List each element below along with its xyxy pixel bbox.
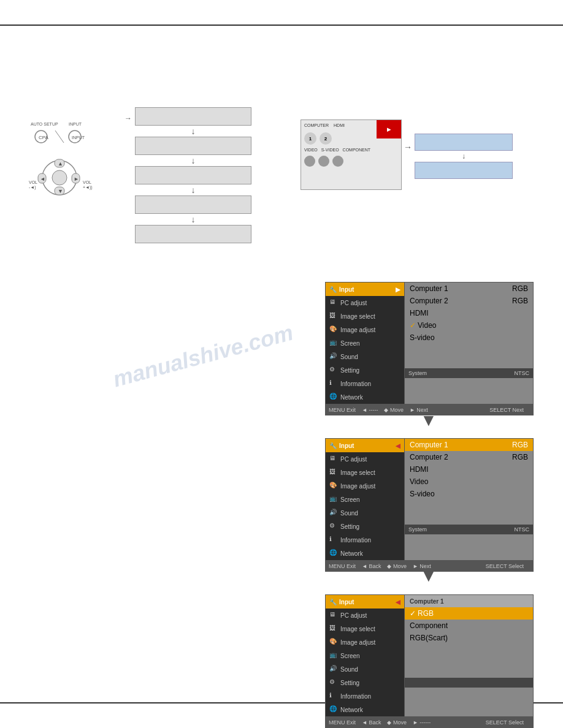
pc-icon: 🖥 <box>329 298 338 307</box>
image-select-icon-2: 🖼 <box>329 468 338 477</box>
menu3-item-sound[interactable]: 🔊 Sound <box>326 662 404 676</box>
menu3-header: 🔧 Input ◀ <box>326 595 404 609</box>
svg-text:INPUT: INPUT <box>69 122 82 126</box>
svg-text:-◄): -◄) <box>29 185 36 190</box>
flow-diagram: → ↓ ↓ ↓ ↓ <box>135 107 251 243</box>
menu1-item-sound[interactable]: 🔊 Sound <box>326 350 404 363</box>
menu1-item-setting[interactable]: ⚙ Setting <box>326 363 404 377</box>
menu3-item-network[interactable]: 🌐 Network <box>326 703 404 716</box>
sound-icon: 🔊 <box>329 352 338 361</box>
menu1-right-computer2: Computer 2RGB <box>405 295 533 307</box>
flow-box-1: → <box>135 107 251 126</box>
setting-icon-3: ⚙ <box>329 678 338 687</box>
flow-arrow-3: ↓ <box>135 184 251 195</box>
menu2-system-line: System NTSC <box>405 525 533 534</box>
arrow-to-connector: → <box>404 142 412 152</box>
flow-arrow-2: ↓ <box>135 155 251 166</box>
menu1-right-video: ✓ Video <box>405 319 533 332</box>
network-icon: 🌐 <box>329 393 338 401</box>
svg-line-6 <box>55 131 64 143</box>
menu-panel-1: 🔧 Input ▶ 🖥 PC adjust 🖼 Image select 🎨 I… <box>325 282 534 415</box>
svg-text:AUTO SETUP: AUTO SETUP <box>31 122 58 126</box>
svg-point-8 <box>52 170 67 185</box>
menu1-system-line: System NTSC <box>405 368 533 378</box>
info-icon-3: ℹ <box>329 692 338 700</box>
menu1-header: 🔧 Input ▶ <box>326 282 404 296</box>
flow-arrow-4: ↓ <box>135 214 251 225</box>
menu3-item-information[interactable]: ℹ Information <box>326 689 404 703</box>
menu2-header: 🔧 Input ◀ <box>326 439 404 452</box>
connector-area: ↓ <box>415 134 513 179</box>
menu2-item-information[interactable]: ℹ Information <box>326 533 404 547</box>
menu2-item-network[interactable]: 🌐 Network <box>326 547 404 560</box>
menu1-right-svideo: S-video <box>405 332 533 344</box>
menu3-status-bar: MENU Exit ◄ Back ◆ Move ► ------ SELECT … <box>325 717 534 728</box>
flow-box-3 <box>135 166 251 184</box>
menu3-right-rgb: ✓ RGB <box>405 607 533 620</box>
menu2-item-imageadjust[interactable]: 🎨 Image adjust <box>326 479 404 493</box>
image-select-icon-3: 🖼 <box>329 624 338 633</box>
info-icon-2: ℹ <box>329 536 338 544</box>
menu-panel-3: 🔧 Input ◀ 🖥 PC adjust 🖼 Image select 🎨 I… <box>325 594 534 728</box>
svg-text:INPUT: INPUT <box>72 135 85 140</box>
sound-icon-2: 🔊 <box>329 509 338 517</box>
screen-icon-3: 📺 <box>329 651 338 660</box>
menu2-item-sound[interactable]: 🔊 Sound <box>326 506 404 520</box>
pc-icon-2: 🖥 <box>329 455 338 463</box>
svg-text:◄: ◄ <box>40 176 45 182</box>
sound-icon-3: 🔊 <box>329 665 338 673</box>
info-icon: ℹ <box>329 379 338 388</box>
menu3-item-setting[interactable]: ⚙ Setting <box>326 676 404 689</box>
watermark: manualshive.com <box>110 320 296 393</box>
flow-box-5 <box>135 225 251 243</box>
flow-box-4 <box>135 195 251 214</box>
remote-diagram: AUTO SETUP INPUT CPA INPUT ▲ ▼ ◄ ► VOL -… <box>26 113 105 222</box>
big-arrow-2: ▼ <box>420 566 437 586</box>
menu3-item-pcadjust[interactable]: 🖥 PC adjust <box>326 609 404 622</box>
svg-text:►: ► <box>74 176 79 182</box>
menu2-right-hdmi: HDMI <box>405 463 533 476</box>
menu1-item-imageselect[interactable]: 🖼 Image select <box>326 309 404 323</box>
menu3-system-line <box>405 678 533 688</box>
menu3-right-component: Component <box>405 620 533 632</box>
menu1-item-network[interactable]: 🌐 Network <box>326 390 404 404</box>
big-arrow-1: ▼ <box>420 411 437 430</box>
screen-icon: 📺 <box>329 339 338 347</box>
flow-arrow-1: ↓ <box>135 126 251 137</box>
svg-text:▼: ▼ <box>58 188 63 194</box>
menu2-item-pcadjust[interactable]: 🖥 PC adjust <box>326 452 404 466</box>
connector-box-1 <box>415 134 513 151</box>
menu2-item-setting[interactable]: ⚙ Setting <box>326 520 404 533</box>
menu1-right-computer1: Computer 1RGB <box>405 282 533 295</box>
menu3-item-screen[interactable]: 📺 Screen <box>326 649 404 662</box>
menu3-item-imageselect[interactable]: 🖼 Image select <box>326 622 404 635</box>
svg-text:+◄)): +◄)) <box>83 185 93 190</box>
menu2-right-video: Video <box>405 476 533 488</box>
svg-text:▲: ▲ <box>58 161 63 167</box>
menu2-right-computer1: Computer 1RGB <box>405 439 533 451</box>
menu1-item-imageadjust[interactable]: 🎨 Image adjust <box>326 323 404 336</box>
svg-text:VOL: VOL <box>29 180 37 184</box>
menu1-item-information[interactable]: ℹ Information <box>326 377 404 390</box>
menu1-right-hdmi: HDMI <box>405 307 533 319</box>
setting-icon: ⚙ <box>329 366 338 374</box>
menu3-item-imageadjust[interactable]: 🎨 Image adjust <box>326 635 404 649</box>
network-icon-2: 🌐 <box>329 549 338 558</box>
menu2-item-imageselect[interactable]: 🖼 Image select <box>326 466 404 479</box>
setting-icon-2: ⚙ <box>329 522 338 531</box>
menu2-right-svideo: S-video <box>405 488 533 500</box>
image-select-icon: 🖼 <box>329 312 338 320</box>
menu1-item-pcadjust[interactable]: 🖥 PC adjust <box>326 296 404 309</box>
image-adjust-icon: 🎨 <box>329 325 338 334</box>
svg-text:CPA: CPA <box>39 135 49 140</box>
screen-icon-2: 📺 <box>329 495 338 504</box>
svg-text:VOL: VOL <box>83 180 91 184</box>
image-adjust-icon-3: 🎨 <box>329 638 338 646</box>
menu2-item-screen[interactable]: 📺 Screen <box>326 493 404 506</box>
network-icon-3: 🌐 <box>329 705 338 714</box>
pc-icon-3: 🖥 <box>329 611 338 620</box>
input-selector-area: ▶ COMPUTERHDMI 1 2 VIDEOS-VIDEOCOMPONENT <box>301 119 402 190</box>
menu3-right-rgbscart: RGB(Scart) <box>405 632 533 644</box>
top-border <box>0 25 563 26</box>
menu1-item-screen[interactable]: 📺 Screen <box>326 336 404 350</box>
